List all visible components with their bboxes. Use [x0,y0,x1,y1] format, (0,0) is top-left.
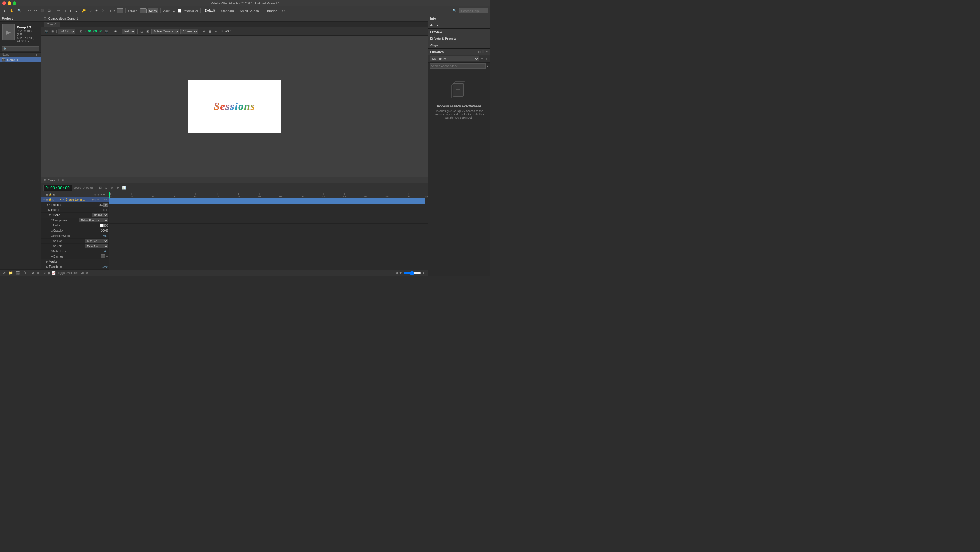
viewer-render-btn[interactable]: ⊕ [202,29,207,33]
puppet2-tool[interactable]: ✧ [100,8,105,13]
libraries-list-view-btn[interactable]: ☰ [482,50,485,54]
stock-dropdown-btn[interactable]: ▾ [487,65,488,68]
layer-transform-row[interactable]: ▶ Transform Reset [41,264,109,270]
timeline-nav-zoom-out[interactable]: ▼ [399,271,402,275]
contents-collapse[interactable]: ▼ [46,203,49,206]
layer-1-edit[interactable]: ✏ [97,198,100,201]
linecap-dropdown[interactable]: Butt Cap [85,239,108,243]
layer-1-eye[interactable]: 👁 [42,198,46,201]
project-panel-menu-icon[interactable]: ≡ [38,17,40,20]
viewer-zoom-select[interactable]: 74.1% [58,29,75,34]
viewer-grid-btn[interactable]: ⊞ [50,29,55,33]
viewer-transparency-btn[interactable]: ◻ [139,29,144,33]
timeline-tab-menu[interactable]: ≡ [62,178,64,182]
viewer-camera-btn[interactable]: 📷 [103,29,109,33]
pen-tool[interactable]: ✏ [56,8,61,13]
minimize-button[interactable] [8,2,11,5]
composite-anim-icon[interactable]: ⊙ [51,219,53,222]
stroke-width-input[interactable] [148,8,158,13]
workspace-smallscreen[interactable]: Small Screen [237,8,261,13]
maximize-button[interactable] [13,2,16,5]
puppet-tool[interactable]: ✦ [94,8,99,13]
viewer-fit-btn[interactable]: ⊡ [79,29,84,33]
miterlimit-anim-icon[interactable]: ⊙ [51,250,53,253]
timeline-zoom-slider[interactable] [403,271,421,275]
comp-header-menu[interactable]: ≡ [80,17,82,20]
layer-1-3d[interactable]: ◈ [92,198,94,201]
composite-dropdown[interactable]: Below Previous in Si [79,218,108,222]
grid-tool[interactable]: ⊞ [47,8,52,13]
contents-add-btn[interactable]: ⊕ [103,203,108,207]
timeline-render-btn[interactable]: ◈ [110,185,114,190]
viewer-3d-btn[interactable]: ◈ [214,29,218,33]
prop-dashes-row[interactable]: ▶ Dashes + — [41,254,109,259]
dashes-add-btn[interactable]: + [101,255,105,258]
roto-bezier-checkbox[interactable] [178,9,181,13]
transform-reset-btn[interactable]: Reset [101,266,108,269]
layer-1-solo[interactable]: ◉ [46,198,48,201]
strokewidth-value[interactable]: 60.0 [103,234,108,237]
camera-tool[interactable]: 🎥 [39,8,46,13]
masks-collapse[interactable]: ▶ [46,260,48,263]
brush-tool[interactable]: 🖌 [74,8,80,13]
library-selector[interactable]: My Library [430,56,479,61]
search-icon[interactable]: 🔍 [452,8,458,13]
viewer-view-count-select[interactable]: 1 View [180,29,198,34]
timeline-solo-toggle-btn[interactable]: ◉ [48,271,51,275]
clone-tool[interactable]: 🔑 [81,8,87,13]
info-section-header[interactable]: Info [428,15,490,22]
layer-1-collapse2[interactable]: ⊡ [94,198,97,201]
roto-bezier-label[interactable]: RotoBezier [178,9,198,13]
layer-contents-row[interactable]: ▼ Contents Add: ⊕ [41,202,109,208]
delete-item-btn[interactable]: 🗑 [22,270,27,275]
timeline-timecode[interactable]: 0:00:00:00 [43,185,72,191]
opacity-value[interactable]: 100% [101,229,108,232]
viewer-quality-select[interactable]: Full [122,29,135,34]
stroke-swatch[interactable] [140,8,146,13]
layer-row-1[interactable]: 👁 ◉ 🔒 ◻ 1 ★ ▼ Shape Layer 1 ◈ ⊡ ✏ None [41,197,109,202]
viewer-roi-btn[interactable]: ▦ [208,29,213,33]
workspace-more[interactable]: >> [281,8,287,13]
viewer-camera-select[interactable]: Active Camera [151,29,179,34]
libraries-menu-btn[interactable]: ≡ [486,50,488,54]
stroke1-collapse[interactable]: ▼ [48,213,51,216]
project-col-sort[interactable]: ⇅ [36,53,38,56]
layer-1-collapse[interactable]: ▼ [62,198,65,201]
linejoin-dropdown[interactable]: Miter Join [85,244,108,248]
new-comp-btn[interactable]: 🎬 [15,270,21,275]
viewer-layer-btn[interactable]: ▣ [145,29,150,33]
eraser-tool[interactable]: ◇ [88,8,93,13]
project-search-input[interactable] [2,46,40,51]
workspace-default[interactable]: Default [203,8,218,13]
timeline-motion-btn[interactable]: ⊕ [115,185,120,190]
layer-stroke1-row[interactable]: ▼ Stroke 1 Normal [41,213,109,218]
library-add-btn[interactable]: + [485,57,488,61]
zoom-tool[interactable]: 🔍 [16,8,22,13]
timeline-solo-btn[interactable]: ⊙ [103,185,109,190]
align-section-header[interactable]: Align [428,42,490,48]
preview-section-header[interactable]: Preview [428,29,490,35]
timeline-close-icon[interactable]: ✕ [44,178,46,182]
layer-1-lock[interactable]: 🔒 [48,198,51,201]
timeline-add-marker-btn[interactable]: ⊕ [44,271,46,275]
shape-tool[interactable]: ◻ [62,8,67,13]
fill-swatch[interactable] [117,8,123,13]
text-tool[interactable]: T [68,8,73,13]
close-button[interactable] [2,2,6,5]
timeline-graph-toggle-btn[interactable]: 📈 [52,271,56,275]
hand-tool[interactable]: ✋ [8,8,15,13]
timeline-enable-btn[interactable]: ⊞ [98,185,103,190]
add-btn[interactable]: ⊕ [172,8,177,13]
libraries-grid-view-btn[interactable]: ⊞ [478,50,480,54]
timeline-nav-zoom-in[interactable]: ▲ [422,271,425,275]
color-value[interactable] [100,224,108,227]
interpret-footage-btn[interactable]: ⟳ [2,270,6,275]
viewer-motion-blur-btn[interactable]: ⊗ [220,29,224,33]
project-col-add[interactable]: + [38,53,40,56]
layer-masks-row[interactable]: ▶ Masks [41,259,109,265]
color-swatch-checker[interactable] [104,224,108,227]
search-help-input[interactable] [459,8,488,13]
project-item-comp1[interactable]: 🎬 Comp 1 [0,57,41,62]
select-tool[interactable]: ▲ [2,8,7,13]
stock-search-input[interactable] [430,64,485,68]
